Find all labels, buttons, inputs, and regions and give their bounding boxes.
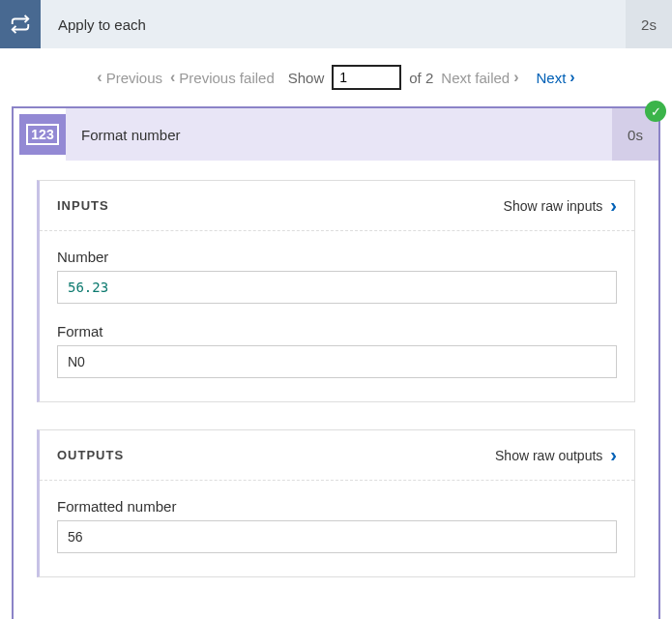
loop-icon — [0, 0, 41, 48]
previous-label: Previous — [106, 70, 162, 86]
previous-button[interactable]: ‹ Previous — [97, 69, 162, 86]
loop-duration: 2s — [626, 0, 672, 48]
formatted-value[interactable]: 56 — [57, 520, 617, 553]
chevron-right-icon: › — [570, 69, 574, 86]
iteration-input[interactable] — [332, 65, 401, 90]
number-field: Number 56.23 — [57, 249, 617, 304]
chevron-left-icon: ‹ — [170, 69, 175, 86]
show-label: Show — [288, 70, 325, 86]
format-label: Format — [57, 323, 617, 339]
format-field: Format N0 — [57, 323, 617, 378]
number-label: Number — [57, 249, 617, 265]
chevron-right-icon: › — [610, 444, 617, 466]
show-raw-outputs-button[interactable]: Show raw outputs › — [495, 444, 617, 466]
outputs-body: Formatted number 56 — [40, 481, 634, 576]
next-failed-label: Next failed — [441, 70, 510, 86]
show-raw-inputs-button[interactable]: Show raw inputs › — [504, 194, 617, 217]
formatted-label: Formatted number — [57, 498, 617, 515]
previous-failed-label: Previous failed — [179, 70, 274, 86]
next-label: Next — [537, 70, 567, 86]
card-title: Format number — [66, 108, 612, 161]
loop-title[interactable]: Apply to each — [41, 0, 626, 48]
outputs-section: OUTPUTS Show raw outputs › Formatted num… — [37, 429, 635, 577]
format-number-icon: 123 — [19, 114, 66, 155]
inputs-header: INPUTS Show raw inputs › — [40, 181, 634, 231]
loop-header: Apply to each 2s — [0, 0, 672, 48]
chevron-right-icon: › — [610, 194, 617, 217]
iteration-pager: ‹ Previous ‹ Previous failed Show of 2 N… — [0, 48, 672, 106]
inputs-body: Number 56.23 Format N0 — [40, 231, 634, 401]
card-header[interactable]: 123 Format number 0s — [14, 108, 658, 161]
outputs-title: OUTPUTS — [57, 448, 124, 462]
card-body: INPUTS Show raw inputs › Number 56.23 Fo… — [14, 161, 658, 619]
icon-text: 123 — [26, 124, 58, 145]
outputs-header: OUTPUTS Show raw outputs › — [40, 430, 634, 481]
formatted-number-field: Formatted number 56 — [57, 498, 617, 553]
inputs-title: INPUTS — [57, 198, 109, 213]
raw-inputs-label: Show raw inputs — [504, 198, 603, 214]
chevron-left-icon: ‹ — [97, 69, 102, 86]
raw-outputs-label: Show raw outputs — [495, 448, 602, 463]
success-badge-icon: ✓ — [645, 101, 666, 122]
number-value[interactable]: 56.23 — [57, 271, 617, 304]
action-card: ✓ 123 Format number 0s INPUTS Show raw i… — [12, 106, 660, 619]
format-value[interactable]: N0 — [57, 345, 617, 378]
inputs-section: INPUTS Show raw inputs › Number 56.23 Fo… — [37, 180, 635, 402]
previous-failed-button[interactable]: ‹ Previous failed — [170, 69, 275, 86]
of-count: of 2 — [409, 70, 433, 86]
next-failed-button[interactable]: Next failed › — [441, 69, 518, 86]
chevron-right-icon: › — [513, 69, 518, 86]
next-button[interactable]: Next › — [537, 69, 575, 86]
